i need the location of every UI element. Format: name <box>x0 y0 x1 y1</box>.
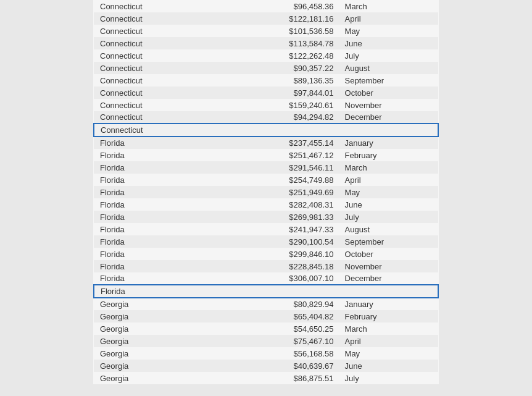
month-cell: May <box>340 347 438 360</box>
month-cell: October <box>340 86 438 99</box>
state-cell: Georgia <box>94 335 212 347</box>
amount-cell: $299,846.10 <box>212 248 339 260</box>
amount-cell: $90,357.22 <box>212 62 339 74</box>
table-row: Connecticut$94,294.82December <box>94 111 438 124</box>
amount-cell: $94,294.82 <box>212 111 339 124</box>
amount-cell: $290,100.54 <box>212 235 339 248</box>
month-cell: December <box>340 111 438 124</box>
month-cell: February <box>340 310 438 322</box>
amount-cell: $251,949.69 <box>212 186 339 198</box>
amount-cell: $159,240.61 <box>212 99 339 111</box>
month-cell: January <box>340 137 438 149</box>
table-row: Florida$254,749.88April <box>94 174 438 186</box>
state-cell: Connecticut <box>94 99 212 111</box>
state-cell: Florida <box>94 198 212 211</box>
table-row: Florida$306,007.10December <box>94 272 438 285</box>
month-cell: October <box>340 248 438 260</box>
month-cell: December <box>340 272 438 285</box>
table-row: Connecticut$96,458.36March <box>94 0 438 12</box>
amount-cell: $80,829.94 <box>212 298 339 310</box>
amount-cell: $122,262.48 <box>212 49 339 62</box>
amount-cell: $96,458.36 <box>212 0 339 12</box>
month-cell: June <box>340 360 438 372</box>
state-cell: Connecticut <box>94 25 212 37</box>
month-cell <box>340 285 438 298</box>
month-cell: November <box>340 99 438 111</box>
month-cell: June <box>340 198 438 211</box>
state-cell: Florida <box>94 272 212 285</box>
amount-cell: $251,467.12 <box>212 149 339 161</box>
amount-cell: $86,875.51 <box>212 372 339 384</box>
amount-cell: $306,007.10 <box>212 272 339 285</box>
table-row: Georgia$86,875.51July <box>94 372 438 384</box>
amount-cell <box>212 285 339 298</box>
month-cell: August <box>340 62 438 74</box>
state-cell: Connecticut <box>94 37 212 49</box>
table-row: Florida$228,845.18November <box>94 260 438 272</box>
table-row: Florida$241,947.33August <box>94 223 438 235</box>
amount-cell: $101,536.58 <box>212 25 339 37</box>
data-table: Connecticut$96,458.36MarchConnecticut$12… <box>93 0 439 384</box>
table-row: Connecticut$97,844.01October <box>94 86 438 99</box>
table-row: Georgia$75,467.10April <box>94 335 438 347</box>
amount-cell: $75,467.10 <box>212 335 339 347</box>
state-cell: Connecticut <box>94 86 212 99</box>
table-row: Georgia$65,404.82February <box>94 310 438 322</box>
table-row: Florida$282,408.31June <box>94 198 438 211</box>
month-cell: February <box>340 149 438 161</box>
state-cell: Florida <box>94 186 212 198</box>
amount-cell: $89,136.35 <box>212 74 339 86</box>
state-cell: Florida <box>94 174 212 186</box>
amount-cell: $113,584.78 <box>212 37 339 49</box>
amount-cell: $241,947.33 <box>212 223 339 235</box>
table-row: Georgia$40,639.67June <box>94 360 438 372</box>
amount-cell: $56,168.58 <box>212 347 339 360</box>
month-cell: June <box>340 37 438 49</box>
table-row: Florida$291,546.11March <box>94 161 438 174</box>
state-cell: Georgia <box>94 372 212 384</box>
month-cell: November <box>340 260 438 272</box>
month-cell: March <box>340 0 438 12</box>
table-row: Connecticut$89,136.35September <box>94 74 438 86</box>
table-row: Connecticut$122,262.48July <box>94 49 438 62</box>
state-cell: Connecticut <box>94 62 212 74</box>
state-cell: Florida <box>94 137 212 149</box>
table-row: Florida$251,949.69May <box>94 186 438 198</box>
amount-cell: $237,455.14 <box>212 137 339 149</box>
amount-cell: $54,650.25 <box>212 322 339 335</box>
state-cell: Connecticut <box>94 49 212 62</box>
table-row: Connecticut$159,240.61November <box>94 99 438 111</box>
table-row: Florida$269,981.33July <box>94 211 438 223</box>
amount-cell: $40,639.67 <box>212 360 339 372</box>
month-cell: March <box>340 322 438 335</box>
table-row: Connecticut$113,584.78June <box>94 37 438 49</box>
state-cell: Connecticut <box>94 111 212 124</box>
month-cell: July <box>340 211 438 223</box>
state-cell: Florida <box>94 211 212 223</box>
month-cell: April <box>340 12 438 25</box>
amount-cell: $228,845.18 <box>212 260 339 272</box>
table-row: Florida$290,100.54September <box>94 235 438 248</box>
table-row: Florida$299,846.10October <box>94 248 438 260</box>
amount-cell: $269,981.33 <box>212 211 339 223</box>
month-cell: September <box>340 235 438 248</box>
table-row: Georgia$56,168.58May <box>94 347 438 360</box>
month-cell: April <box>340 335 438 347</box>
amount-cell: $282,408.31 <box>212 198 339 211</box>
table-row: Connecticut$101,536.58May <box>94 25 438 37</box>
table-row: Georgia$80,829.94January <box>94 298 438 310</box>
month-cell: August <box>340 223 438 235</box>
state-cell: Connecticut <box>94 0 212 12</box>
month-cell: July <box>340 49 438 62</box>
state-cell: Florida <box>94 161 212 174</box>
amount-cell: $291,546.11 <box>212 161 339 174</box>
month-cell <box>340 124 438 137</box>
state-cell: Georgia <box>94 298 212 310</box>
table-row: Connecticut$122,181.16April <box>94 12 438 25</box>
state-cell: Florida <box>94 149 212 161</box>
state-cell: Florida <box>94 248 212 260</box>
month-cell: September <box>340 74 438 86</box>
month-cell: July <box>340 372 438 384</box>
month-cell: January <box>340 298 438 310</box>
amount-cell: $97,844.01 <box>212 86 339 99</box>
